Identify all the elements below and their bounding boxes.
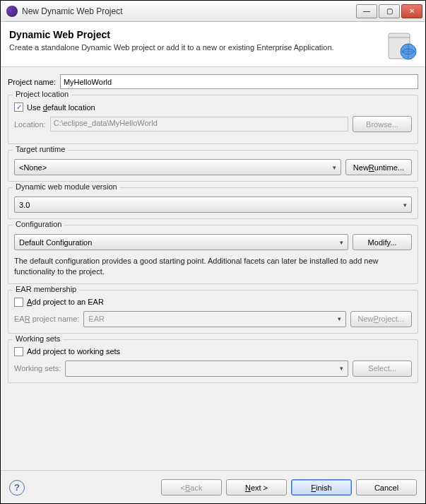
add-to-working-sets-row: Add project to working sets bbox=[14, 347, 412, 356]
banner: Dynamic Web Project Create a standalone … bbox=[1, 22, 425, 67]
add-to-working-sets-checkbox[interactable] bbox=[14, 347, 23, 356]
back-button: < Back bbox=[161, 479, 222, 496]
project-location-group: Project location ✓ Use default location … bbox=[8, 95, 418, 144]
project-name-row: Project name: bbox=[8, 74, 418, 89]
module-version-group: Dynamic web module version 3.0 bbox=[8, 187, 418, 219]
module-version-title: Dynamic web module version bbox=[13, 182, 120, 191]
banner-subtitle: Create a standalone Dynamic Web project … bbox=[9, 43, 374, 52]
ear-name-select: EAR bbox=[83, 311, 345, 327]
use-default-location-checkbox[interactable]: ✓ bbox=[14, 102, 23, 112]
configuration-group: Configuration Default Configuration Modi… bbox=[8, 225, 418, 284]
use-default-location-label: Use default location bbox=[27, 103, 95, 112]
location-input: C:\eclipse_data\MyHelloWorld bbox=[50, 117, 348, 131]
working-sets-select-row: Working sets: Select... bbox=[14, 361, 412, 377]
project-wizard-icon bbox=[384, 29, 418, 63]
project-location-title: Project location bbox=[13, 90, 71, 98]
minimize-button[interactable]: — bbox=[356, 4, 377, 18]
browse-button: Browse... bbox=[353, 116, 412, 132]
modify-button[interactable]: Modify... bbox=[353, 234, 412, 250]
module-version-select[interactable]: 3.0 bbox=[14, 197, 412, 213]
ear-title: EAR membership bbox=[13, 285, 79, 293]
window-title: New Dynamic Web Project bbox=[22, 6, 356, 16]
banner-heading: Dynamic Web Project bbox=[9, 29, 417, 40]
ear-group: EAR membership Add project to an EAR EAR… bbox=[8, 290, 418, 334]
ear-name-label: EAR project name: bbox=[14, 315, 79, 323]
ear-name-row: EAR project name: EAR New Project... bbox=[14, 311, 412, 327]
new-project-button: New Project... bbox=[350, 311, 412, 327]
working-sets-group: Working sets Add project to working sets… bbox=[8, 339, 418, 383]
finish-button[interactable]: Finish bbox=[291, 479, 352, 496]
configuration-row: Default Configuration Modify... bbox=[14, 234, 412, 250]
working-sets-label: Working sets: bbox=[14, 364, 61, 373]
working-sets-title: Working sets bbox=[13, 334, 63, 343]
target-runtime-row: <None> New Runtime... bbox=[14, 159, 412, 175]
target-runtime-group: Target runtime <None> New Runtime... bbox=[8, 150, 418, 182]
project-name-input[interactable] bbox=[60, 74, 418, 89]
cancel-button[interactable]: Cancel bbox=[356, 479, 417, 496]
close-button[interactable]: ✕ bbox=[401, 4, 422, 18]
window-controls: — ▢ ✕ bbox=[356, 4, 422, 18]
add-to-ear-checkbox[interactable] bbox=[14, 298, 23, 307]
configuration-select[interactable]: Default Configuration bbox=[14, 234, 348, 250]
add-to-ear-row: Add project to an EAR bbox=[14, 298, 412, 307]
target-runtime-title: Target runtime bbox=[13, 145, 68, 153]
add-to-ear-label: Add project to an EAR bbox=[27, 298, 104, 306]
location-label: Location: bbox=[14, 120, 46, 129]
working-sets-select bbox=[65, 361, 348, 377]
location-row: Location: C:\eclipse_data\MyHelloWorld B… bbox=[14, 116, 412, 132]
add-to-working-sets-label: Add project to working sets bbox=[27, 347, 120, 356]
titlebar: New Dynamic Web Project — ▢ ✕ bbox=[1, 1, 425, 22]
new-runtime-button[interactable]: New Runtime... bbox=[345, 159, 412, 175]
target-runtime-select[interactable]: <None> bbox=[14, 159, 341, 175]
content-area: Project name: Project location ✓ Use def… bbox=[1, 67, 425, 470]
select-working-sets-button: Select... bbox=[353, 361, 412, 377]
configuration-title: Configuration bbox=[13, 220, 64, 228]
next-button[interactable]: Next > bbox=[226, 479, 287, 496]
use-default-location-row: ✓ Use default location bbox=[14, 102, 412, 112]
footer: ? < Back Next > Finish Cancel bbox=[1, 470, 425, 504]
module-version-row: 3.0 bbox=[14, 197, 412, 213]
configuration-description: The default configuration provides a goo… bbox=[14, 256, 412, 278]
help-icon[interactable]: ? bbox=[9, 480, 25, 496]
maximize-button[interactable]: ▢ bbox=[379, 4, 400, 18]
eclipse-icon bbox=[6, 6, 18, 17]
project-name-label: Project name: bbox=[8, 78, 56, 86]
